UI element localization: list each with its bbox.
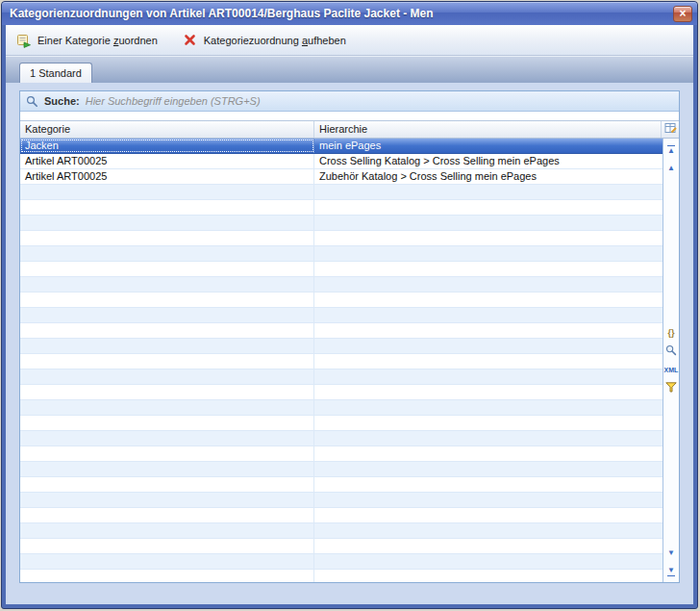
cell-hierarchie <box>314 231 662 245</box>
window-title: Kategorienzuordnungen von Artikel ART000… <box>10 7 673 20</box>
cell-kategorie <box>20 493 314 507</box>
table-row[interactable] <box>20 354 662 369</box>
xml-button[interactable]: XML <box>663 363 679 377</box>
cell-kategorie <box>20 262 314 276</box>
cell-kategorie <box>20 385 314 399</box>
table-row[interactable] <box>20 431 662 446</box>
table-body: Jackenmein ePagesArtikel ART00025Cross S… <box>20 139 662 582</box>
cell-kategorie <box>20 308 314 322</box>
tab-standard[interactable]: 1 Standard <box>19 63 92 83</box>
cell-kategorie <box>20 277 314 292</box>
cell-kategorie: Artikel ART00025 <box>20 154 314 168</box>
cell-hierarchie <box>314 354 662 369</box>
cell-kategorie <box>20 200 314 215</box>
cell-hierarchie <box>314 493 662 507</box>
cell-hierarchie <box>314 539 662 553</box>
table-row[interactable]: Artikel ART00025Zubehör Katalog > Cross … <box>20 169 662 185</box>
filter-button[interactable] <box>663 381 679 395</box>
column-settings-icon <box>664 122 677 137</box>
grid-body-wrap: Jackenmein ePagesArtikel ART00025Cross S… <box>20 139 679 582</box>
table-row[interactable] <box>20 462 662 477</box>
cell-hierarchie <box>314 339 662 353</box>
table-row[interactable] <box>20 400 662 416</box>
table-row[interactable] <box>20 539 662 554</box>
table-row[interactable] <box>20 323 662 339</box>
search-bar[interactable]: Suche: Hier Suchbegriff eingeben (STRG+S… <box>20 91 679 112</box>
cell-hierarchie <box>314 523 662 538</box>
table-row[interactable] <box>20 200 662 216</box>
cell-hierarchie <box>314 308 662 322</box>
cell-kategorie <box>20 477 314 492</box>
scroll-down-button[interactable]: ▼ <box>663 546 679 560</box>
cell-kategorie <box>20 354 314 369</box>
scroll-last-icon: ▼ <box>667 567 675 576</box>
assign-category-icon <box>16 33 32 48</box>
table-row[interactable] <box>20 262 662 277</box>
braces-button[interactable]: {} <box>663 326 679 341</box>
cell-kategorie <box>20 185 314 199</box>
tab-strip: 1 Standard <box>6 56 693 83</box>
table-row[interactable] <box>20 493 662 508</box>
braces-icon: {} <box>667 329 674 338</box>
cell-kategorie <box>20 369 314 384</box>
table-row[interactable]: Jackenmein ePages <box>20 139 662 154</box>
table-row[interactable] <box>20 369 662 385</box>
table-row[interactable] <box>20 339 662 354</box>
assign-category-button[interactable]: Einer Kategorie zuordnen <box>12 30 162 51</box>
cell-kategorie <box>20 446 314 461</box>
table-row[interactable] <box>20 570 662 582</box>
cell-hierarchie <box>314 369 662 384</box>
column-header-hierarchie[interactable]: Hierarchie <box>314 121 662 138</box>
table-row[interactable] <box>20 185 662 200</box>
table-row[interactable] <box>20 523 662 539</box>
grid-header: Kategorie Hierarchie <box>20 121 679 139</box>
table-row[interactable] <box>20 554 662 570</box>
cell-hierarchie: mein ePages <box>314 139 662 153</box>
close-icon: × <box>679 8 686 19</box>
table-row[interactable] <box>20 277 662 293</box>
titlebar[interactable]: Kategorienzuordnungen von Artikel ART000… <box>2 2 697 25</box>
column-settings-button[interactable] <box>662 121 679 138</box>
cell-kategorie <box>20 462 314 476</box>
cell-kategorie: Artikel ART00025 <box>20 169 314 184</box>
remove-assignment-button[interactable]: Kategoriezuordnung aufheben <box>178 30 351 51</box>
cell-hierarchie <box>314 277 662 292</box>
scroll-last-button[interactable]: ▼ <box>663 564 679 578</box>
table-row[interactable] <box>20 477 662 493</box>
scroll-first-button[interactable]: ▲ <box>663 142 679 157</box>
table-row[interactable] <box>20 416 662 431</box>
zoom-button[interactable] <box>663 344 679 359</box>
table-row[interactable] <box>20 216 662 231</box>
cell-kategorie <box>20 431 314 446</box>
cell-hierarchie <box>314 185 662 199</box>
cell-kategorie <box>20 400 314 415</box>
cell-hierarchie <box>314 293 662 307</box>
xml-icon: XML <box>664 367 679 373</box>
table-row[interactable] <box>20 508 662 523</box>
cell-hierarchie <box>314 323 662 338</box>
cell-hierarchie <box>314 477 662 492</box>
zoom-icon <box>665 343 677 360</box>
category-grid: Kategorie Hierarchie <box>20 120 679 582</box>
search-placeholder: Hier Suchbegriff eingeben (STRG+S) <box>86 95 261 107</box>
table-row[interactable]: Artikel ART00025Cross Selling Katalog > … <box>20 154 662 169</box>
scroll-up-button[interactable]: ▲ <box>663 161 679 175</box>
client-area: Suche: Hier Suchbegriff eingeben (STRG+S… <box>6 83 693 604</box>
cell-kategorie <box>20 508 314 522</box>
table-row[interactable] <box>20 385 662 400</box>
column-header-kategorie[interactable]: Kategorie <box>20 121 314 138</box>
scroll-down-icon: ▼ <box>667 549 675 557</box>
table-row[interactable] <box>20 246 662 262</box>
cell-kategorie <box>20 570 314 582</box>
table-row[interactable] <box>20 231 662 246</box>
table-row[interactable] <box>20 308 662 323</box>
cell-kategorie <box>20 216 314 230</box>
assign-category-label: Einer Kategorie zuordnen <box>38 35 158 46</box>
close-button[interactable]: × <box>673 6 692 22</box>
cell-hierarchie <box>314 431 662 446</box>
table-row[interactable] <box>20 446 662 462</box>
scroll-up-icon: ▲ <box>667 165 675 172</box>
cell-hierarchie <box>314 462 662 476</box>
cell-hierarchie <box>314 385 662 399</box>
table-row[interactable] <box>20 293 662 308</box>
